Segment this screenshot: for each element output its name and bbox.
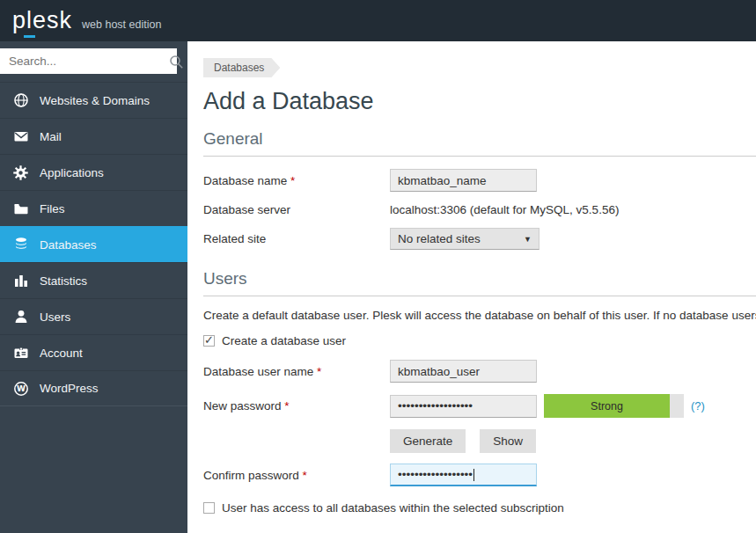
bar-chart-icon (12, 273, 29, 289)
related-site-select[interactable]: No related sites ▼ (390, 228, 539, 250)
folder-icon (12, 201, 29, 217)
access-all-checkbox[interactable] (203, 502, 215, 514)
password-strength-meter: Strong (544, 394, 684, 418)
page-title: Add a Database (203, 88, 756, 115)
database-server-row: Database server localhost:3306 (default … (203, 203, 756, 216)
database-name-label: Database name * (203, 174, 390, 187)
sidebar-item-wordpress[interactable]: W WordPress (0, 370, 187, 406)
database-icon (12, 237, 29, 253)
required-asterisk: * (284, 399, 289, 413)
new-password-input[interactable] (390, 395, 537, 418)
sidebar-item-mail[interactable]: Mail (0, 118, 187, 154)
sidebar-item-label: Websites & Domains (40, 94, 150, 107)
related-site-label: Related site (203, 232, 390, 245)
confirm-password-label: Confirm password * (203, 469, 390, 482)
access-all-label: User has access to all databases within … (222, 501, 564, 515)
gear-icon (12, 164, 29, 181)
show-button[interactable]: Show (480, 429, 536, 453)
search-box[interactable] (0, 48, 177, 74)
related-site-row: Related site No related sites ▼ (203, 228, 756, 250)
edition-label: web host edition (82, 18, 161, 31)
sidebar-item-files[interactable]: Files (0, 190, 187, 226)
user-icon (12, 309, 29, 325)
section-heading-users: Users (203, 269, 756, 296)
sidebar-item-applications[interactable]: Applications (0, 154, 187, 190)
user-name-row: Database user name * (203, 360, 756, 383)
svg-text:W: W (17, 384, 26, 393)
wordpress-icon: W (12, 380, 29, 397)
create-user-checkbox-row: Create a database user (203, 334, 756, 347)
confirm-password-input[interactable]: •••••••••••••••••• (390, 464, 537, 486)
database-name-row: Database name * (203, 169, 756, 192)
chevron-down-icon: ▼ (524, 235, 532, 244)
globe-icon (12, 92, 29, 109)
create-user-label: Create a database user (222, 334, 346, 347)
create-user-checkbox[interactable] (203, 335, 215, 347)
sidebar-item-label: Applications (40, 166, 104, 179)
sidebar-item-label: WordPress (40, 382, 99, 395)
database-server-value: localhost:3306 (default for MySQL, v5.5.… (390, 203, 619, 216)
sidebar-item-label: Account (40, 347, 83, 360)
database-user-name-input[interactable] (390, 360, 537, 383)
password-help-link[interactable]: (?) (691, 399, 705, 413)
sidebar: Websites & Domains Mail Applications Fil… (0, 41, 187, 533)
search-icon[interactable] (168, 54, 187, 69)
new-password-label: New password * (203, 399, 390, 413)
plesk-logo-dash (24, 35, 35, 38)
generate-button[interactable]: Generate (390, 429, 466, 453)
plesk-logo-text: plesk (12, 9, 72, 33)
section-heading-general: General (203, 129, 756, 157)
main-content: Databases Add a Database General Databas… (187, 41, 756, 533)
password-buttons-row: Generate Show (390, 429, 756, 453)
required-asterisk: * (303, 469, 307, 482)
search-input[interactable] (0, 55, 168, 68)
database-server-label: Database server (203, 203, 390, 216)
sidebar-item-label: Statistics (40, 274, 87, 288)
sidebar-item-websites-domains[interactable]: Websites & Domains (0, 82, 187, 118)
plesk-logo[interactable]: plesk web host edition (12, 9, 161, 33)
sidebar-item-label: Databases (40, 238, 97, 252)
user-name-label: Database user name * (203, 365, 390, 378)
database-name-input[interactable] (390, 169, 537, 192)
confirm-password-row: Confirm password * •••••••••••••••••• (203, 464, 756, 486)
password-strength-remainder (670, 394, 684, 418)
related-site-selected-value: No related sites (398, 232, 481, 245)
sidebar-item-label: Users (40, 310, 70, 324)
mail-icon (12, 128, 29, 145)
required-asterisk: * (290, 174, 295, 187)
text-caret (473, 469, 474, 481)
users-description: Create a default database user. Plesk wi… (203, 309, 756, 322)
id-card-icon (12, 345, 29, 361)
sidebar-item-label: Mail (40, 130, 62, 143)
top-bar: plesk web host edition (0, 0, 756, 41)
sidebar-item-databases[interactable]: Databases (0, 226, 187, 262)
breadcrumb[interactable]: Databases (203, 58, 280, 77)
sidebar-item-account[interactable]: Account (0, 334, 187, 370)
confirm-password-value: •••••••••••••••••• (398, 468, 473, 481)
new-password-row: New password * Strong (?) (203, 394, 756, 418)
sidebar-item-users[interactable]: Users (0, 298, 187, 334)
sidebar-item-statistics[interactable]: Statistics (0, 262, 187, 298)
required-asterisk: * (317, 365, 321, 378)
password-strength-badge: Strong (544, 394, 670, 418)
sidebar-item-label: Files (40, 202, 65, 215)
access-all-checkbox-row: User has access to all databases within … (203, 501, 756, 515)
